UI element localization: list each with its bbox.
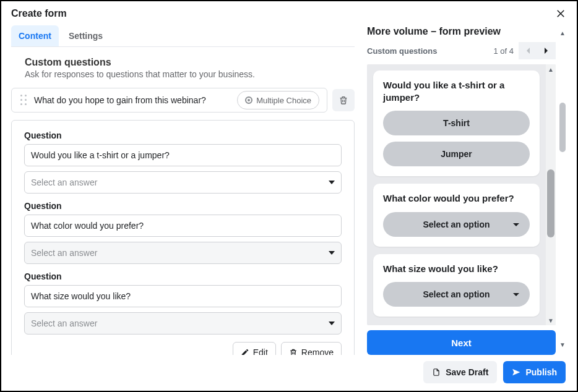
select-placeholder: Select an answer: [31, 248, 97, 258]
preview-next-step-button[interactable]: Next: [367, 330, 556, 355]
select-placeholder: Select an answer: [31, 318, 97, 328]
drag-handle-icon[interactable]: [19, 95, 28, 106]
radio-icon: [245, 96, 252, 104]
preview-question-text: What color would you prefer?: [383, 192, 530, 205]
chevron-right-icon: [544, 47, 549, 54]
question-editor-card: Question Select an answer Question Selec…: [11, 120, 355, 355]
preview-title: More volume – form preview: [367, 26, 567, 37]
question-input-3[interactable]: [24, 285, 342, 307]
scroll-down-icon: ▼: [558, 340, 567, 349]
chevron-down-icon: [329, 251, 335, 255]
delete-question-button[interactable]: [332, 89, 355, 111]
answer-select-3[interactable]: Select an answer: [24, 312, 342, 334]
scrollbar-thumb[interactable]: [547, 169, 554, 237]
answer-select-2[interactable]: Select an answer: [24, 242, 342, 264]
preview-question-text: Would you like a t-shirt or a jumper?: [383, 79, 530, 103]
publish-label: Publish: [525, 367, 557, 377]
section-subtitle: Ask for responses to questions that matt…: [25, 69, 355, 79]
select-placeholder: Select an answer: [31, 177, 97, 187]
preview-option-button[interactable]: Jumper: [383, 142, 530, 166]
preview-inner-scrollbar[interactable]: ▲ ▼: [546, 64, 556, 325]
scrollbar-thumb[interactable]: [559, 103, 566, 152]
tabs: Content Settings: [11, 22, 355, 47]
preview-pane: Would you like a t-shirt or a jumper? T-…: [367, 64, 556, 325]
trash-icon: [339, 95, 348, 105]
close-button[interactable]: [554, 7, 567, 20]
trash-icon: [289, 348, 298, 355]
question-input-2[interactable]: [24, 215, 342, 237]
preview-section-label: Custom questions: [367, 46, 493, 56]
answer-select-1[interactable]: Select an answer: [24, 171, 342, 194]
collapsed-question-text: What do you hope to gain from this webin…: [34, 95, 231, 105]
save-draft-button[interactable]: Save Draft: [423, 361, 497, 383]
document-icon: [432, 368, 441, 377]
chevron-down-icon: [329, 322, 335, 325]
preview-select[interactable]: Select an option: [383, 212, 530, 237]
tab-content[interactable]: Content: [11, 25, 59, 46]
edit-button[interactable]: Edit: [233, 342, 276, 355]
pencil-icon: [241, 348, 249, 355]
preview-select-placeholder: Select an option: [423, 219, 490, 229]
tab-settings[interactable]: Settings: [61, 25, 110, 46]
send-icon: [512, 368, 520, 377]
remove-label: Remove: [301, 347, 334, 355]
question-type-pill[interactable]: Multiple Choice: [237, 91, 319, 109]
question-input-1[interactable]: [24, 144, 342, 166]
preview-card-2: What color would you prefer? Select an o…: [373, 184, 540, 247]
edit-label: Edit: [253, 347, 268, 355]
scroll-up-icon: ▲: [546, 64, 556, 74]
publish-button[interactable]: Publish: [503, 361, 566, 383]
chevron-down-icon: [329, 181, 335, 184]
section-heading: Custom questions: [25, 57, 355, 68]
preview-card-1: Would you like a t-shirt or a jumper? T-…: [373, 70, 540, 176]
preview-prev-button[interactable]: [519, 42, 537, 59]
remove-button[interactable]: Remove: [281, 342, 342, 355]
collapsed-question-row[interactable]: What do you hope to gain from this webin…: [11, 88, 327, 113]
question-label: Question: [24, 130, 342, 140]
page-indicator: 1 of 4: [493, 46, 514, 56]
close-icon: [555, 8, 566, 19]
preview-question-text: What size would you like?: [383, 263, 530, 275]
chevron-down-icon: [512, 289, 520, 299]
chevron-left-icon: [525, 47, 530, 54]
preview-option-button[interactable]: T-shirt: [383, 111, 530, 135]
save-draft-label: Save Draft: [446, 367, 488, 377]
question-type-label: Multiple Choice: [256, 96, 311, 105]
chevron-down-icon: [512, 219, 520, 229]
scroll-up-icon: ▲: [558, 28, 567, 37]
right-panel-scrollbar[interactable]: ▲ ▼: [558, 28, 567, 349]
preview-card-3: What size would you like? Select an opti…: [373, 254, 540, 317]
preview-select[interactable]: Select an option: [383, 282, 530, 307]
scroll-down-icon: ▼: [546, 315, 556, 325]
preview-next-button[interactable]: [537, 42, 556, 59]
preview-select-placeholder: Select an option: [423, 289, 490, 299]
question-label: Question: [24, 201, 342, 211]
page-title: Create form: [11, 8, 554, 19]
question-label: Question: [24, 271, 342, 281]
